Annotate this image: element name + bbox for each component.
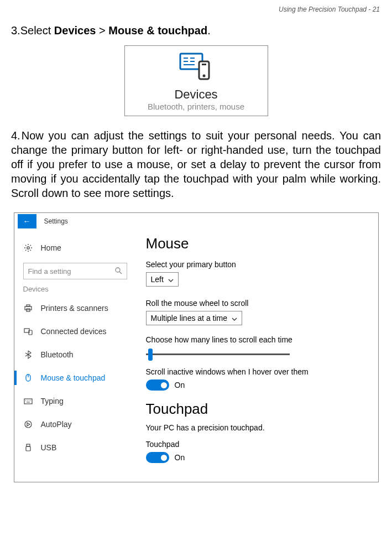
slider-track — [146, 353, 290, 355]
scroll-wheel-value: Multiple lines at a time — [151, 314, 228, 323]
sidebar-item-typing[interactable]: Typing — [14, 389, 136, 413]
inactive-windows-toggle-state: On — [175, 381, 185, 389]
step-4-text: Now you can adjust the settings to suit … — [11, 129, 381, 199]
touchpad-heading: Touchpad — [146, 401, 368, 418]
search-icon — [114, 267, 122, 276]
devices-tile-title: Devices — [130, 87, 262, 102]
slider-thumb[interactable] — [148, 349, 153, 361]
sidebar-item-printers[interactable]: Printers & scanners — [14, 297, 136, 320]
step-3: 3.Select Devices > Mouse & touchpad. — [11, 24, 381, 37]
sidebar-item-label: Bluetooth — [41, 350, 74, 359]
devices-tile-icon — [177, 74, 216, 84]
step-3-devices: Devices — [54, 24, 96, 37]
sidebar-item-label: AutoPlay — [41, 420, 72, 429]
svg-rect-12 — [25, 306, 32, 310]
autoplay-icon — [23, 419, 33, 429]
touchpad-description: Your PC has a precision touchpad. — [146, 423, 368, 432]
sidebar-item-autoplay[interactable]: AutoPlay — [14, 413, 136, 436]
sidebar-item-label: Mouse & touchpad — [41, 373, 106, 382]
svg-point-9 — [27, 247, 29, 249]
svg-rect-19 — [24, 399, 32, 404]
keyboard-icon — [23, 396, 33, 406]
window-titlebar: ← Settings — [14, 213, 378, 230]
chevron-down-icon — [168, 275, 174, 284]
step-3-text-mid: > — [96, 24, 108, 37]
back-button[interactable]: ← — [18, 214, 36, 228]
gear-icon — [23, 243, 33, 253]
svg-rect-27 — [26, 446, 30, 451]
sidebar-item-bluetooth[interactable]: Bluetooth — [14, 343, 136, 366]
devices-tile-subtitle: Bluetooth, printers, mouse — [130, 102, 262, 111]
sidebar-item-label: Home — [41, 243, 61, 252]
mouse-heading: Mouse — [146, 235, 368, 252]
svg-point-25 — [25, 421, 32, 428]
step-3-text-pre: Select — [20, 24, 54, 37]
search-input[interactable]: Find a setting — [23, 263, 127, 279]
window-title: Settings — [44, 217, 68, 225]
touchpad-label: Touchpad — [146, 440, 368, 449]
inactive-windows-label: Scroll inactive windows when I hover ove… — [146, 367, 368, 376]
sidebar-item-label: Printers & scanners — [41, 304, 108, 313]
chevron-down-icon — [232, 314, 237, 323]
inactive-windows-toggle[interactable] — [146, 379, 169, 391]
scroll-wheel-label: Roll the mouse wheel to scroll — [146, 299, 368, 308]
step-4: 4.Now you can adjust the settings to sui… — [11, 128, 381, 200]
sidebar: Home Find a setting Devices Printers & s… — [14, 230, 136, 482]
svg-point-7 — [202, 75, 205, 77]
svg-point-10 — [116, 268, 120, 272]
sidebar-item-mouse[interactable]: Mouse & touchpad — [14, 366, 136, 389]
settings-window: ← Settings Home Find a setting Devices — [14, 212, 379, 482]
step-3-number: 3. — [11, 24, 20, 37]
sidebar-item-label: USB — [41, 443, 57, 452]
touchpad-toggle[interactable] — [146, 452, 169, 463]
search-placeholder: Find a setting — [28, 267, 71, 275]
primary-button-value: Left — [151, 275, 164, 284]
primary-button-dropdown[interactable]: Left — [146, 272, 179, 287]
connected-devices-icon — [23, 326, 33, 336]
scroll-lines-slider[interactable] — [146, 349, 290, 361]
step-4-number: 4. — [11, 129, 20, 142]
bluetooth-icon — [23, 350, 33, 360]
svg-rect-13 — [27, 305, 30, 306]
step-3-text-end: . — [207, 24, 211, 37]
main-content: Mouse Select your primary button Left Ro… — [136, 230, 378, 482]
sidebar-item-connected[interactable]: Connected devices — [14, 320, 136, 343]
page-header: Using the Precision Touchpad - 21 — [11, 6, 381, 13]
step-3-mouse: Mouse & touchpad — [108, 24, 207, 37]
devices-settings-tile[interactable]: Devices Bluetooth, printers, mouse — [124, 45, 268, 116]
sidebar-section-header: Devices — [14, 285, 136, 297]
scroll-wheel-dropdown[interactable]: Multiple lines at a time — [146, 311, 243, 325]
primary-button-label: Select your primary button — [146, 260, 368, 269]
sidebar-item-label: Connected devices — [41, 327, 107, 336]
sidebar-item-usb[interactable]: USB — [14, 436, 136, 459]
sidebar-item-home[interactable]: Home — [14, 236, 136, 259]
back-arrow-icon: ← — [23, 217, 31, 226]
scroll-lines-label: Choose how many lines to scroll each tim… — [146, 335, 368, 344]
svg-line-11 — [119, 272, 122, 274]
sidebar-item-label: Typing — [41, 397, 64, 405]
usb-icon — [23, 443, 33, 453]
printer-icon — [23, 303, 33, 313]
mouse-icon — [23, 373, 33, 383]
touchpad-toggle-state: On — [175, 453, 185, 462]
svg-rect-8 — [202, 64, 206, 65]
